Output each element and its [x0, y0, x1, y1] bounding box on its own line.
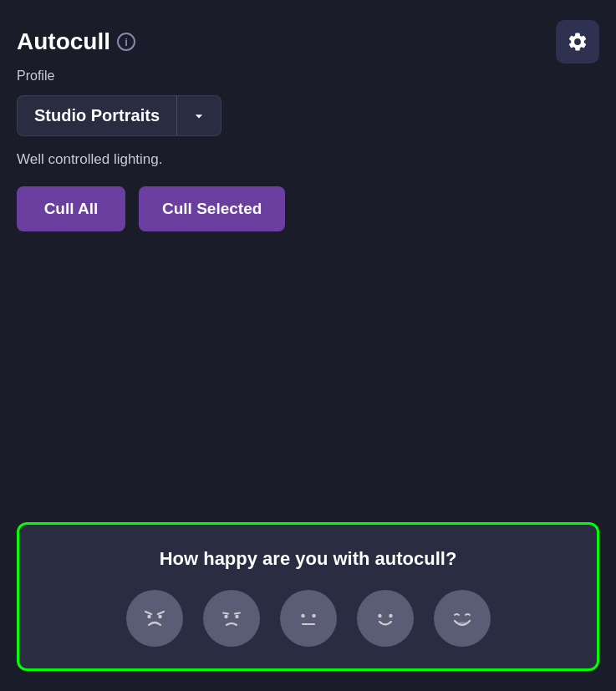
- emoji-very-happy-face: [434, 590, 491, 647]
- info-icon[interactable]: i: [117, 33, 135, 51]
- chevron-down-icon: [191, 108, 207, 124]
- svg-point-14: [369, 602, 402, 635]
- profile-description: Well controlled lighting.: [17, 151, 599, 168]
- svg-point-12: [312, 614, 315, 617]
- emoji-very-unhappy-face: [126, 590, 183, 647]
- action-buttons: Cull All Cull Selected: [17, 186, 599, 231]
- profile-name: Studio Portraits: [17, 95, 176, 136]
- cull-all-button[interactable]: Cull All: [17, 186, 125, 231]
- emoji-happy-face: [357, 590, 414, 647]
- very-unhappy-icon: [136, 600, 173, 637]
- header-row: Autocull i: [17, 20, 599, 64]
- app-container: Autocull i Profile Studio Portraits Well…: [0, 0, 616, 691]
- emoji-row: [125, 588, 492, 648]
- svg-point-11: [301, 614, 304, 617]
- svg-line-7: [235, 613, 240, 614]
- settings-button[interactable]: [556, 20, 599, 64]
- svg-point-3: [147, 615, 150, 618]
- emoji-very-unhappy-button[interactable]: [125, 588, 185, 648]
- emoji-unhappy-face: [203, 590, 260, 647]
- svg-point-10: [292, 602, 325, 635]
- svg-line-6: [223, 613, 228, 614]
- profile-label: Profile: [17, 69, 599, 84]
- svg-point-16: [389, 614, 392, 617]
- happy-icon: [367, 600, 404, 637]
- feedback-question: How happy are you with autocull?: [160, 548, 457, 570]
- emoji-neutral-face: [280, 590, 337, 647]
- svg-point-9: [235, 615, 238, 618]
- app-title: Autocull: [17, 28, 110, 55]
- emoji-neutral-button[interactable]: [278, 588, 339, 648]
- profile-dropdown-button[interactable]: [176, 95, 221, 136]
- svg-point-4: [158, 615, 161, 618]
- title-area: Autocull i: [17, 28, 135, 55]
- very-happy-icon: [444, 600, 481, 637]
- gear-icon: [567, 31, 588, 53]
- emoji-happy-button[interactable]: [355, 588, 415, 648]
- emoji-very-happy-button[interactable]: [432, 588, 492, 648]
- neutral-icon: [290, 600, 327, 637]
- cull-selected-button[interactable]: Cull Selected: [139, 186, 285, 231]
- unhappy-icon: [213, 600, 250, 637]
- svg-point-8: [224, 615, 227, 618]
- svg-point-15: [378, 614, 381, 617]
- svg-point-0: [138, 602, 171, 635]
- svg-point-17: [445, 602, 479, 635]
- feedback-panel: How happy are you with autocull?: [17, 522, 599, 671]
- profile-dropdown: Studio Portraits: [17, 95, 221, 136]
- svg-point-5: [215, 602, 248, 635]
- emoji-unhappy-button[interactable]: [201, 588, 262, 648]
